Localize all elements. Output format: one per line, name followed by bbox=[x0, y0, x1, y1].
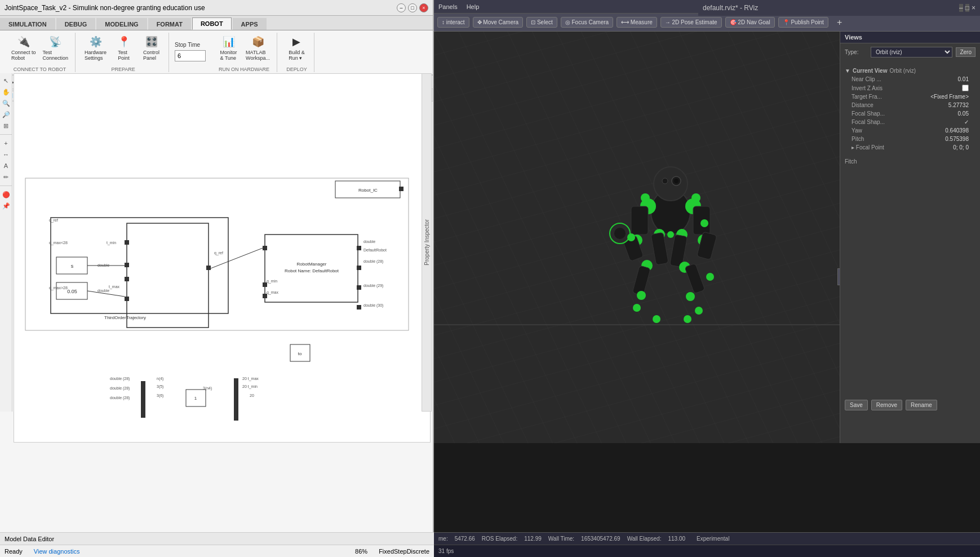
control-panel-icon: 🎛️ bbox=[144, 34, 159, 50]
rm-port-out2 bbox=[357, 266, 361, 270]
zero-button[interactable]: Zero bbox=[956, 47, 975, 57]
interact-tool-button[interactable]: ↕ interact bbox=[437, 17, 469, 28]
matlab-title: JointSpace_Task_v2 - Simulink non-degree… bbox=[5, 4, 205, 12]
vt-add-block[interactable]: + bbox=[1, 138, 11, 148]
robot-lower-joint-left bbox=[633, 304, 641, 312]
test-point-button[interactable]: 📍 TestPoint bbox=[111, 33, 136, 62]
vt-select-tool[interactable]: ↖ bbox=[1, 76, 11, 86]
main-toolbar: 🔌 Connect toRobot 📡 TestConnection CONNE… bbox=[0, 30, 433, 76]
vt-divider1 bbox=[0, 134, 12, 135]
views-type-control-row: Type: Orbit (rviz) Zero bbox=[845, 47, 975, 58]
port-in3 bbox=[125, 277, 129, 281]
test-connection-icon: 📡 bbox=[47, 34, 63, 50]
deploy-group-label: DEPLOY bbox=[286, 67, 307, 72]
mux-block1[interactable] bbox=[141, 381, 145, 418]
hardware-settings-button[interactable]: ⚙️ HardwareSettings bbox=[82, 33, 109, 62]
nav-goal-button[interactable]: 🎯 2D Nav Goal bbox=[725, 17, 775, 28]
tab-simulation[interactable]: SIMULATION bbox=[0, 18, 55, 30]
minimize-button[interactable]: – bbox=[397, 3, 406, 12]
view-diagnostics-link[interactable]: View diagnostics bbox=[34, 548, 80, 555]
focal-shape2-name: Focal Shap... bbox=[852, 119, 961, 125]
toolbar-group-run: 📊 Monitor& Tune 📦 MATLABWorkspa... RUN O… bbox=[211, 33, 277, 72]
wall-elapsed-label: Wall Elapsed: bbox=[627, 536, 662, 542]
port-in1 bbox=[125, 240, 129, 245]
tab-apps[interactable]: APPS bbox=[233, 18, 267, 30]
bot-n4: n(4) bbox=[157, 377, 163, 381]
vt-connect[interactable]: ↔ bbox=[1, 149, 11, 160]
rviz-maximize-button[interactable]: □ bbox=[965, 4, 969, 12]
control-panel-button[interactable]: 🎛️ ControlPanel bbox=[139, 33, 164, 62]
robot-ankle-left bbox=[653, 315, 660, 323]
invert-z-checkbox[interactable] bbox=[962, 85, 969, 91]
test-connection-button[interactable]: 📡 TestConnection bbox=[41, 33, 71, 62]
vt-fit-tool[interactable]: ⊞ bbox=[1, 121, 11, 131]
robot-ankle-right bbox=[684, 315, 691, 323]
bot-3n4: 3(n4) bbox=[203, 386, 212, 391]
close-button[interactable]: × bbox=[419, 3, 428, 12]
focal-point-value: 0; 0; 0 bbox=[953, 144, 969, 151]
hardware-settings-icon: ⚙️ bbox=[88, 34, 104, 50]
build-run-button[interactable]: ▶ Build &Run ▾ bbox=[284, 33, 309, 62]
vt-zoom-in-tool[interactable]: 🔍 bbox=[1, 98, 11, 108]
matlab-titlebar: JointSpace_Task_v2 - Simulink non-degree… bbox=[0, 0, 433, 16]
select-button[interactable]: ⊡ Select bbox=[526, 17, 557, 28]
publish-point-button[interactable]: 📍 Publish Point bbox=[778, 17, 828, 28]
rviz-3d-viewport[interactable]: › bbox=[434, 32, 840, 443]
vt-annotate[interactable]: ✏ bbox=[1, 172, 11, 182]
remove-button[interactable]: Remove bbox=[871, 400, 902, 410]
svg-rect-2 bbox=[127, 223, 209, 328]
move-camera-button[interactable]: ✥ Move Camera bbox=[473, 17, 524, 28]
measure-button[interactable]: ⟷ Measure bbox=[617, 17, 657, 28]
double28-out1b: DefaultRobot bbox=[363, 248, 387, 252]
robot-name-label: Robot Name: DefaultRobot bbox=[285, 268, 339, 273]
test-connection-label: TestConnection bbox=[43, 50, 69, 61]
mux-block2[interactable] bbox=[234, 378, 238, 421]
rviz-close-button[interactable]: × bbox=[972, 4, 975, 12]
stop-time-group: Stop Time bbox=[171, 42, 209, 64]
maximize-button[interactable]: □ bbox=[408, 3, 417, 12]
simulink-canvas[interactable]: ThirdOrderTrajectory s double 0.05 doubl… bbox=[14, 73, 431, 443]
matlab-panel: JointSpace_Task_v2 - Simulink non-degree… bbox=[0, 0, 434, 557]
view-type-select[interactable]: Orbit (rviz) bbox=[871, 47, 952, 58]
monitor-tune-button[interactable]: 📊 Monitor& Tune bbox=[216, 33, 241, 62]
property-tree: ▼ Current View Orbit (rviz) Near Clip ..… bbox=[840, 64, 980, 156]
save-button[interactable]: Save bbox=[845, 400, 868, 410]
vt-probe[interactable]: 📌 bbox=[1, 201, 11, 211]
model-data-editor-label: Model Data Editor bbox=[5, 536, 54, 542]
tab-format[interactable]: FORMAT bbox=[148, 18, 191, 30]
property-inspector-tab[interactable]: Property Inspector bbox=[422, 73, 432, 412]
matlab-workspace-button[interactable]: 📦 MATLABWorkspa... bbox=[243, 33, 272, 62]
rviz-menu-panels[interactable]: Panels bbox=[438, 3, 458, 10]
robot-neck-left bbox=[641, 193, 650, 202]
pose-estimate-button[interactable]: → 2D Pose Estimate bbox=[660, 17, 722, 28]
current-view-type: Orbit (rviz) bbox=[889, 68, 916, 74]
port-in2 bbox=[125, 263, 129, 267]
tab-modeling[interactable]: MODELING bbox=[96, 18, 147, 30]
robot-joint-extra2 bbox=[700, 219, 708, 227]
rename-button[interactable]: Rename bbox=[906, 400, 937, 410]
add-tool-button[interactable]: + bbox=[832, 15, 848, 30]
vt-zoom-out-tool[interactable]: 🔎 bbox=[1, 109, 11, 120]
tab-robot[interactable]: ROBOT bbox=[192, 17, 232, 30]
qref-wire-label: q_ref bbox=[214, 251, 223, 255]
run-tools-row: 📊 Monitor& Tune 📦 MATLABWorkspa... bbox=[216, 33, 272, 62]
zoom-label: 86% bbox=[355, 548, 367, 555]
distance-row: Distance 5.27732 bbox=[845, 101, 975, 109]
hardware-settings-label: HardwareSettings bbox=[85, 50, 107, 61]
focus-camera-button[interactable]: ◎ Focus Camera bbox=[561, 17, 613, 28]
vt-label[interactable]: A bbox=[1, 161, 11, 171]
vt-breakpoint[interactable]: 🔴 bbox=[1, 189, 11, 200]
collapse-arrow-button[interactable]: › bbox=[837, 268, 840, 285]
connect-robot-button[interactable]: 🔌 Connect toRobot bbox=[9, 33, 38, 62]
connect-tools-row: 🔌 Connect toRobot 📡 TestConnection bbox=[9, 33, 70, 62]
tab-debug[interactable]: DEBUG bbox=[56, 18, 96, 30]
bot-n6: 3(6) bbox=[157, 394, 163, 398]
toolbar-group-prepare: ⚙️ HardwareSettings 📍 TestPoint 🎛️ Contr… bbox=[78, 33, 169, 72]
vt-pan-tool[interactable]: ✋ bbox=[1, 87, 11, 97]
vertical-toolstrip: ↖ ✋ 🔍 🔎 ⊞ + ↔ A ✏ 🔴 📌 bbox=[0, 73, 12, 412]
robot-arm-upper-right bbox=[693, 206, 710, 235]
rviz-menu-help[interactable]: Help bbox=[467, 3, 480, 10]
stop-time-input[interactable] bbox=[175, 50, 206, 61]
current-view-header[interactable]: ▼ Current View Orbit (rviz) bbox=[845, 67, 975, 75]
rviz-minimize-button[interactable]: – bbox=[959, 4, 963, 12]
